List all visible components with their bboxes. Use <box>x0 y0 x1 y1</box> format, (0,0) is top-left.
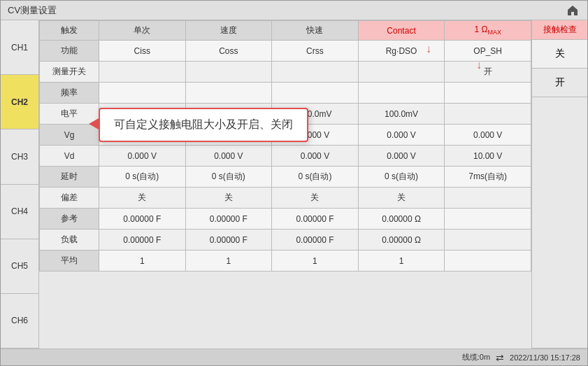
channel-ch2[interactable]: CH2 <box>1 75 38 129</box>
arrow-indicator-1: ↓ <box>426 43 431 55</box>
cell-omega[interactable]: 0.000 V <box>445 125 531 146</box>
table-row: 参考0.00000 F0.00000 F0.00000 F0.00000 Ω <box>40 209 531 230</box>
status-bar: 线缆:0m ⇄ 2022/11/30 15:17:28 <box>1 349 587 365</box>
contact-check-header: 接触检查 <box>532 20 587 40</box>
cell-fast <box>272 83 359 104</box>
cell-fast[interactable]: Crss <box>272 41 359 62</box>
cell-fast[interactable]: 0.00000 F <box>272 209 359 230</box>
cell-omega[interactable]: 7ms(自动) <box>445 167 531 188</box>
col-header-contact: Contact <box>358 21 445 41</box>
cell-contact[interactable]: 0.000 V <box>358 125 445 146</box>
table-row: 频率 <box>40 83 531 104</box>
app-window: CV测量设置 CH1 CH2 CH3 CH4 CH5 CH6 <box>0 0 588 366</box>
row-label: 平均 <box>40 251 99 272</box>
cell-omega <box>445 104 531 125</box>
col-header-speed: 速度 <box>185 21 272 41</box>
cell-single[interactable]: 0.00000 F <box>99 230 185 251</box>
arrow-indicator-2: ↓ <box>476 59 482 71</box>
channel-ch1[interactable]: CH1 <box>1 20 38 75</box>
cell-speed[interactable]: 0.00000 F <box>185 209 272 230</box>
row-label: Vd <box>40 146 99 167</box>
contact-check-off-button[interactable]: 关 <box>532 40 587 69</box>
table-row: 功能CissCossCrssRg·DSOOP_SH <box>40 41 531 62</box>
cell-single[interactable]: 关 <box>99 188 185 209</box>
cell-omega <box>445 188 531 209</box>
row-label: 测量开关 <box>40 62 99 83</box>
row-label: 功能 <box>40 41 99 62</box>
cell-single <box>99 62 185 83</box>
col-header-omega: 1 ΩMAX <box>445 21 531 41</box>
cell-speed[interactable]: 关 <box>185 188 272 209</box>
cell-contact <box>358 62 445 83</box>
cell-speed[interactable]: Coss <box>185 41 272 62</box>
cell-fast[interactable]: 0.00000 F <box>272 230 359 251</box>
cell-contact[interactable]: 0.00000 Ω <box>358 230 445 251</box>
cable-label: 线缆:0m <box>462 352 490 363</box>
title-bar: CV测量设置 <box>1 1 587 20</box>
cell-single[interactable]: 0 s(自动) <box>99 167 185 188</box>
cell-omega <box>445 251 531 272</box>
table-row: 平均1111 <box>40 251 531 272</box>
cell-omega <box>445 83 531 104</box>
table-row: 延时0 s(自动)0 s(自动)0 s(自动)0 s(自动)7ms(自动) <box>40 167 531 188</box>
channel-ch3[interactable]: CH3 <box>1 129 38 184</box>
row-label: 延时 <box>40 167 99 188</box>
tooltip-box: 可自定义接触电阻大小及开启、关闭 <box>99 108 308 142</box>
table-row: 偏差关关关关 <box>40 188 531 209</box>
channel-ch5[interactable]: CH5 <box>1 239 38 294</box>
data-table: 触发 单次 速度 快速 Contact 1 ΩMAX 功能Ci <box>39 20 531 272</box>
row-label: 频率 <box>40 83 99 104</box>
cell-speed[interactable]: 0.000 V <box>185 146 272 167</box>
cell-contact[interactable]: 0.000 V <box>358 146 445 167</box>
cell-omega[interactable]: 开 <box>445 62 531 83</box>
right-panel: 接触检查 关 开 <box>531 20 587 349</box>
cell-speed <box>185 83 272 104</box>
main-area: CH1 CH2 CH3 CH4 CH5 CH6 触发 单次 速度 <box>1 20 587 349</box>
tooltip-arrow <box>89 118 99 129</box>
cell-contact <box>358 83 445 104</box>
cell-contact[interactable]: 0.00000 Ω <box>358 209 445 230</box>
contact-check-on-button[interactable]: 开 <box>532 69 587 97</box>
cell-speed[interactable]: 0 s(自动) <box>185 167 272 188</box>
cell-contact[interactable]: 关 <box>358 188 445 209</box>
page-title: CV测量设置 <box>8 4 57 17</box>
channel-ch6[interactable]: CH6 <box>1 294 38 349</box>
row-label: 偏差 <box>40 188 99 209</box>
transfer-icon: ⇄ <box>496 352 504 363</box>
col-header-fast: 快速 <box>272 21 359 41</box>
cell-single[interactable]: Ciss <box>99 41 185 62</box>
cell-speed[interactable]: 0.00000 F <box>185 230 272 251</box>
cell-single[interactable]: 0.00000 F <box>99 209 185 230</box>
cell-contact[interactable]: 100.0mV <box>358 104 445 125</box>
col-header-trigger: 触发 <box>40 21 99 41</box>
cell-fast <box>272 62 359 83</box>
cell-contact[interactable]: 1 <box>358 251 445 272</box>
home-button[interactable] <box>565 3 580 18</box>
col-header-single: 单次 <box>99 21 185 41</box>
table-row: Vd0.000 V0.000 V0.000 V0.000 V10.00 V <box>40 146 531 167</box>
cell-fast[interactable]: 1 <box>272 251 359 272</box>
tooltip-text: 可自定义接触电阻大小及开启、关闭 <box>114 118 293 130</box>
cell-fast[interactable]: 0.000 V <box>272 146 359 167</box>
cell-contact[interactable]: 0 s(自动) <box>358 167 445 188</box>
table-row: 负载0.00000 F0.00000 F0.00000 F0.00000 Ω <box>40 230 531 251</box>
cell-fast[interactable]: 0 s(自动) <box>272 167 359 188</box>
datetime-display: 2022/11/30 15:17:28 <box>510 353 580 362</box>
channel-ch4[interactable]: CH4 <box>1 185 38 239</box>
channel-sidebar: CH1 CH2 CH3 CH4 CH5 CH6 <box>1 20 39 349</box>
row-label: 参考 <box>40 209 99 230</box>
cell-contact[interactable]: Rg·DSO <box>358 41 445 62</box>
cell-single[interactable]: 0.000 V <box>99 146 185 167</box>
cell-single <box>99 83 185 104</box>
cell-speed[interactable]: 1 <box>185 251 272 272</box>
row-label: 负载 <box>40 230 99 251</box>
cell-omega <box>445 209 531 230</box>
cell-speed <box>185 62 272 83</box>
cell-single[interactable]: 1 <box>99 251 185 272</box>
cell-omega[interactable]: 10.00 V <box>445 146 531 167</box>
table-row: 测量开关开 <box>40 62 531 83</box>
cell-omega <box>445 230 531 251</box>
cable-status: 线缆:0m <box>462 352 490 363</box>
cell-omega[interactable]: OP_SH <box>445 41 531 62</box>
cell-fast[interactable]: 关 <box>272 188 359 209</box>
